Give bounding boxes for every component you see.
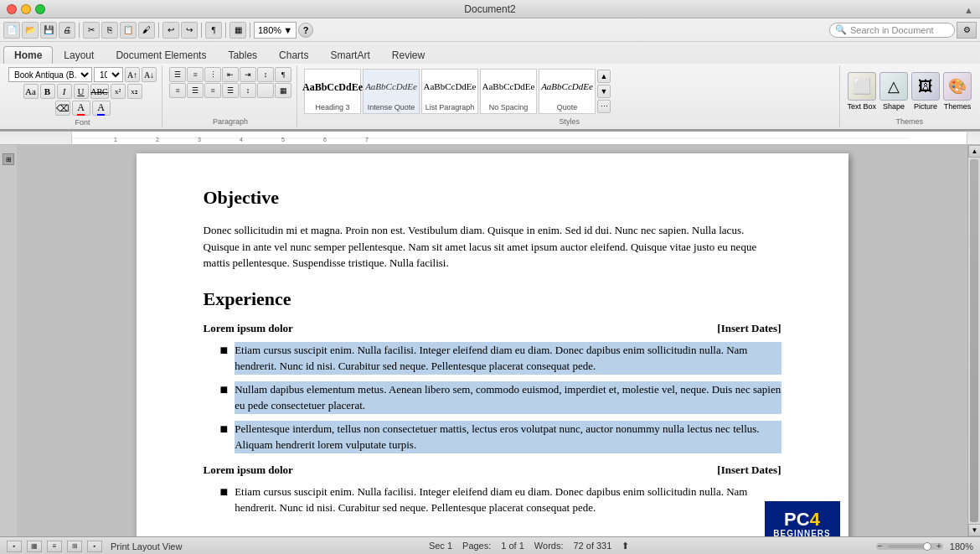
zoom-box[interactable]: 180% ▼ <box>254 22 297 39</box>
paste-icon[interactable]: 📋 <box>120 22 137 39</box>
tab-review[interactable]: Review <box>381 46 436 64</box>
redo-icon[interactable]: ↪ <box>181 22 198 39</box>
search-box[interactable]: 🔍 Search in Document <box>829 23 955 38</box>
insert-shape-btn[interactable]: △ Shape <box>879 72 908 111</box>
new-icon[interactable]: 📄 <box>3 22 20 39</box>
view-btn2[interactable]: ▦ <box>27 541 42 552</box>
borders-button[interactable]: ▦ <box>275 83 291 98</box>
align-right-button[interactable]: ≡ <box>204 83 221 98</box>
scroll-down-button[interactable]: ▼ <box>968 524 980 536</box>
increase-indent-button[interactable]: ⇥ <box>240 67 256 82</box>
bullet2-text: Nullam dapibus elementum metus. Aenean l… <box>235 381 781 414</box>
justify-button[interactable]: ☰ <box>222 83 239 98</box>
print-icon[interactable]: 🖨 <box>59 22 75 39</box>
tab-home[interactable]: Home <box>3 46 53 64</box>
multilevel-button[interactable]: ⋮ <box>204 67 221 82</box>
style-heading3[interactable]: AaBbCcDdEe Heading 3 <box>304 69 361 114</box>
font-name-select[interactable]: Book Antiqua (B... <box>8 67 92 82</box>
view-btn5[interactable]: ▪ <box>87 541 102 552</box>
shading-button[interactable] <box>257 83 274 98</box>
copy-icon[interactable]: ⎘ <box>101 22 118 39</box>
document-scroll[interactable]: Objective Donec sollicitudin mi et magna… <box>17 145 967 536</box>
bold-button[interactable]: B <box>40 84 55 99</box>
strikethrough-button[interactable]: ABC <box>90 84 109 99</box>
insert-group: ⬜ Text Box △ Shape 🖼 Picture 🎨 Themes Th… <box>842 65 977 127</box>
zoom-plus-icon[interactable]: + <box>936 541 941 551</box>
format-painter-icon[interactable]: 🖌 <box>138 22 155 39</box>
close-button[interactable] <box>7 4 17 14</box>
style-list-paragraph[interactable]: AaBbCcDdEe List Paragraph <box>421 69 478 114</box>
status-upload-icon[interactable]: ⬆ <box>622 541 629 551</box>
style-no-spacing[interactable]: AaBbCcDdEe No Spacing <box>480 69 537 114</box>
underline-button[interactable]: U <box>74 84 89 99</box>
insert-themes-btn[interactable]: 🎨 Themes <box>943 72 972 111</box>
font-grow-button[interactable]: A↑ <box>125 67 140 82</box>
paragraph-mark-icon[interactable]: ¶ <box>205 22 222 39</box>
decrease-indent-button[interactable]: ⇤ <box>222 67 239 82</box>
sidebar-icon1[interactable]: ⊞ <box>3 153 14 165</box>
para-btn-row2: ≡ ☰ ≡ ☰ ↕ ▦ <box>169 83 291 98</box>
minimize-button[interactable] <box>21 4 31 14</box>
tab-tables[interactable]: Tables <box>217 46 268 64</box>
sort-button[interactable]: ↕ <box>257 67 274 82</box>
styles-more[interactable]: ⋯ <box>597 100 611 113</box>
superscript-button[interactable]: x² <box>111 84 126 99</box>
copy-format-button[interactable]: Aa <box>23 84 39 99</box>
columns-icon[interactable]: ▦ <box>230 22 246 39</box>
font-color-row: ⌫ A A <box>55 101 111 116</box>
zoom-slider[interactable]: − + <box>876 543 943 550</box>
zoom-track <box>888 545 931 548</box>
job1-bullets: ■ Etiam cursus suscipit enim. Nulla faci… <box>220 342 781 453</box>
subscript-button[interactable]: x₂ <box>127 84 142 99</box>
line-spacing-button[interactable]: ↕ <box>240 83 256 98</box>
tab-layout[interactable]: Layout <box>53 46 105 64</box>
zoom-thumb <box>923 542 931 551</box>
insert-textbox-btn[interactable]: ⬜ Text Box <box>847 72 876 111</box>
view-btn1[interactable]: ▪ <box>7 541 22 552</box>
font-shrink-button[interactable]: A↓ <box>142 67 157 82</box>
view-btn3[interactable]: ≡ <box>47 541 62 552</box>
highlight-button[interactable]: A <box>92 101 111 116</box>
style-no-spacing-label: No Spacing <box>489 103 529 111</box>
zoom-dropdown-icon[interactable]: ▼ <box>283 25 292 35</box>
undo-icon[interactable]: ↩ <box>162 22 179 39</box>
objective-heading: Objective <box>204 187 781 209</box>
zoom-minus-icon[interactable]: − <box>878 541 883 551</box>
tab-document-elements[interactable]: Document Elements <box>105 46 217 64</box>
italic-button[interactable]: I <box>57 84 72 99</box>
maximize-button[interactable] <box>35 4 45 14</box>
bullets-button[interactable]: ☰ <box>169 67 186 82</box>
save-icon[interactable]: 💾 <box>40 22 57 39</box>
numbering-button[interactable]: ≡ <box>187 67 204 82</box>
font-color-button[interactable]: A <box>72 101 90 116</box>
window-controls[interactable] <box>7 4 45 14</box>
sep2 <box>158 23 159 38</box>
logo-pc4: PC 4 <box>784 510 820 529</box>
insert-group-content: ⬜ Text Box △ Shape 🖼 Picture 🎨 Themes <box>847 67 972 116</box>
align-left-button[interactable]: ≡ <box>169 83 186 98</box>
tab-charts[interactable]: Charts <box>268 46 319 64</box>
scroll-thumb[interactable] <box>970 159 978 522</box>
status-pages-label: Pages: <box>462 541 491 551</box>
style-no-spacing-preview: AaBbCcDdEe <box>482 71 535 103</box>
show-hide-button[interactable]: ¶ <box>275 67 291 82</box>
font-size-select[interactable]: 10 <box>94 67 123 82</box>
status-words-label: Words: <box>534 541 564 551</box>
zoom-value: 180% <box>258 25 281 35</box>
scroll-up-button[interactable]: ▲ <box>968 145 980 158</box>
view-btn4[interactable]: ⊞ <box>67 541 82 552</box>
style-intense-quote[interactable]: AaBbCcDdEe Intense Quote <box>363 69 420 114</box>
styles-group: AaBbCcDdEe Heading 3 AaBbCcDdEe Intense … <box>299 65 840 127</box>
toolbar-expand-icon[interactable]: ⚙ <box>957 22 977 39</box>
insert-picture-btn[interactable]: 🖼 Picture <box>911 72 940 111</box>
styles-scroll-down[interactable]: ▼ <box>597 85 611 98</box>
tab-smartart[interactable]: SmartArt <box>319 46 380 64</box>
style-quote[interactable]: AaBbCcDdEe Quote <box>539 69 596 114</box>
svg-text:7: 7 <box>365 137 369 142</box>
clear-format-button[interactable]: ⌫ <box>55 101 70 116</box>
styles-scroll-up[interactable]: ▲ <box>597 70 611 83</box>
open-icon[interactable]: 📂 <box>22 22 39 39</box>
cut-icon[interactable]: ✂ <box>83 22 100 39</box>
help-button[interactable]: ? <box>298 23 313 38</box>
align-center-button[interactable]: ☰ <box>187 83 204 98</box>
